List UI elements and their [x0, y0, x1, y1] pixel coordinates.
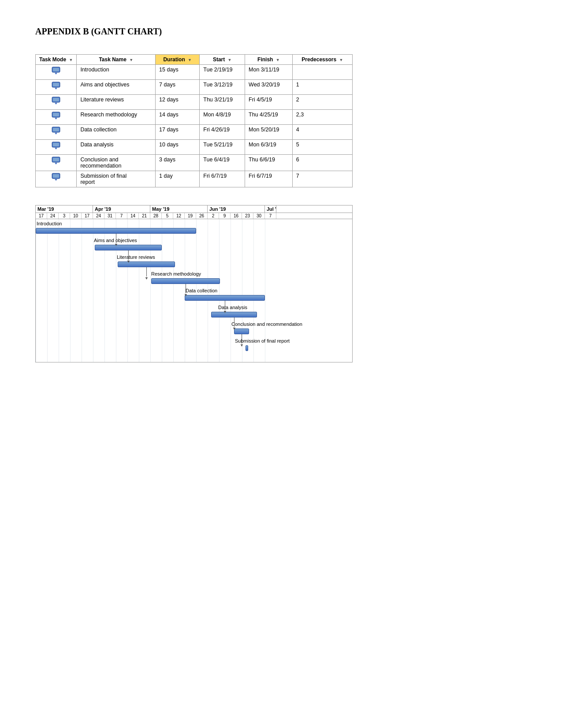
gantt-week-label: 12: [173, 213, 185, 219]
gantt-week-label: 26: [196, 213, 208, 219]
gantt-week-label: 21: [139, 213, 150, 219]
task-mode-icon: [51, 127, 61, 135]
col-header-finish[interactable]: Finish ▼: [245, 55, 293, 65]
start-cell: Tue 2/19/19: [200, 65, 245, 80]
gantt-task-bar: [95, 245, 162, 250]
svg-rect-16: [53, 143, 59, 146]
predecessors-cell: 2: [292, 95, 352, 110]
gantt-task-label: Introduction: [37, 221, 62, 226]
predecessors-cell: 7: [292, 171, 352, 187]
table-row: Introduction15 daysTue 2/19/19Mon 3/11/1…: [36, 65, 353, 80]
svg-rect-1: [53, 68, 59, 71]
start-cell: Fri 4/26/19: [200, 125, 245, 140]
gantt-week-label: 24: [93, 213, 104, 219]
gantt-grid-line: [231, 219, 231, 362]
gantt-task-label: Conclusion and recommendation: [231, 321, 302, 327]
task-mode-cell: [36, 155, 77, 171]
task-mode-icon: [51, 67, 61, 75]
finish-cell: Wed 3/20/19: [245, 80, 293, 95]
task-mode-cell: [36, 125, 77, 140]
table-row: Aims and objectives7 daysTue 3/12/19Wed …: [36, 80, 353, 95]
finish-cell: Mon 5/20/19: [245, 125, 293, 140]
gantt-connector-arrow: ▼: [114, 243, 118, 247]
svg-rect-13: [53, 128, 59, 131]
duration-sort-icon[interactable]: ▼: [188, 58, 192, 62]
col-header-duration[interactable]: Duration ▼: [156, 55, 200, 65]
duration-cell: 1 day: [156, 171, 200, 187]
svg-rect-4: [53, 83, 59, 86]
gantt-week-label: 16: [231, 213, 242, 219]
gantt-month-label: Mar '19: [36, 205, 93, 213]
svg-marker-17: [55, 148, 57, 149]
gantt-grid-line: [36, 219, 36, 362]
gantt-task-bar: [246, 345, 248, 351]
task-mode-cell: [36, 95, 77, 110]
gantt-task-label: Literature reviews: [117, 254, 155, 260]
task-name-cell: Submission of final report: [77, 171, 156, 187]
table-row: Conclusion and recommendation3 daysTue 6…: [36, 155, 353, 171]
table-row: Literature reviews12 daysThu 3/21/19Fri …: [36, 95, 353, 110]
svg-rect-19: [53, 158, 59, 161]
gantt-week-label: 5: [162, 213, 173, 219]
gantt-connector-arrow: ▼: [240, 343, 244, 347]
table-row: Research methodology14 daysMon 4/8/19Thu…: [36, 110, 353, 125]
task-name-cell: Aims and objectives: [77, 80, 156, 95]
predecessors-sort-icon[interactable]: ▼: [339, 58, 343, 62]
task-mode-sort-icon[interactable]: ▼: [69, 58, 73, 62]
gantt-week-label: 14: [127, 213, 139, 219]
start-cell: Mon 4/8/19: [200, 110, 245, 125]
task-name-sort-icon[interactable]: ▼: [129, 58, 133, 62]
table-row: Submission of final report1 dayFri 6/7/1…: [36, 171, 353, 187]
gantt-month-label: May '19: [150, 205, 208, 213]
gantt-month-header: Mar '19Apr '19May '19Jun '19Jul '19: [36, 205, 352, 213]
svg-marker-8: [55, 103, 57, 105]
table-row: Data collection17 daysFri 4/26/19Mon 5/2…: [36, 125, 353, 140]
predecessors-cell: 4: [292, 125, 352, 140]
task-mode-icon: [51, 112, 61, 120]
gantt-grid-line: [173, 219, 174, 362]
gantt-grid-line: [150, 219, 151, 362]
gantt-task-bar: [211, 312, 257, 317]
col-header-start[interactable]: Start ▼: [200, 55, 245, 65]
gantt-week-label: 17: [82, 213, 93, 219]
start-cell: Fri 6/7/19: [200, 171, 245, 187]
finish-cell: Thu 4/25/19: [245, 110, 293, 125]
col-header-predecessors[interactable]: Predecessors ▼: [292, 55, 352, 65]
duration-cell: 12 days: [156, 95, 200, 110]
gantt-week-label: 24: [47, 213, 59, 219]
finish-cell: Fri 4/5/19: [245, 95, 293, 110]
gantt-connector-arrow: ▼: [184, 293, 188, 297]
task-mode-cell: [36, 110, 77, 125]
svg-marker-23: [55, 179, 57, 181]
gantt-week-label: 7: [116, 213, 127, 219]
task-mode-cell: [36, 65, 77, 80]
predecessors-cell: 5: [292, 140, 352, 155]
gantt-connector-arrow: ▼: [232, 326, 236, 331]
gantt-task-bar: [234, 329, 249, 334]
gantt-week-header: 172431017243171421285121926291623307: [36, 213, 352, 219]
task-mode-cell: [36, 171, 77, 187]
gantt-task-label: Data analysis: [218, 305, 247, 310]
gantt-task-label: Research methodology: [151, 271, 201, 276]
gantt-grid-line: [162, 219, 162, 362]
gantt-week-label: 9: [219, 213, 231, 219]
gantt-grid-line: [185, 219, 185, 362]
gantt-week-label: 19: [185, 213, 196, 219]
gantt-month-label: Apr '19: [93, 205, 150, 213]
gantt-week-label: 10: [70, 213, 82, 219]
gantt-grid-line: [59, 219, 59, 362]
gantt-grid-line: [219, 219, 220, 362]
table-header-row: Task Mode ▼ Task Name ▼ Duration ▼ Start…: [36, 55, 353, 65]
gantt-week-label: 23: [242, 213, 253, 219]
table-row: Data analysis10 daysTue 5/21/19Mon 6/3/1…: [36, 140, 353, 155]
task-mode-icon: [51, 142, 61, 150]
gantt-week-label: 28: [150, 213, 162, 219]
svg-marker-20: [55, 163, 57, 164]
task-mode-icon: [51, 157, 61, 165]
finish-sort-icon[interactable]: ▼: [276, 58, 280, 62]
gantt-grid-line: [47, 219, 48, 362]
col-header-task-name[interactable]: Task Name ▼: [77, 55, 156, 65]
col-header-task-mode[interactable]: Task Mode ▼: [36, 55, 77, 65]
gantt-grid-line: [82, 219, 82, 362]
start-sort-icon[interactable]: ▼: [228, 58, 232, 62]
